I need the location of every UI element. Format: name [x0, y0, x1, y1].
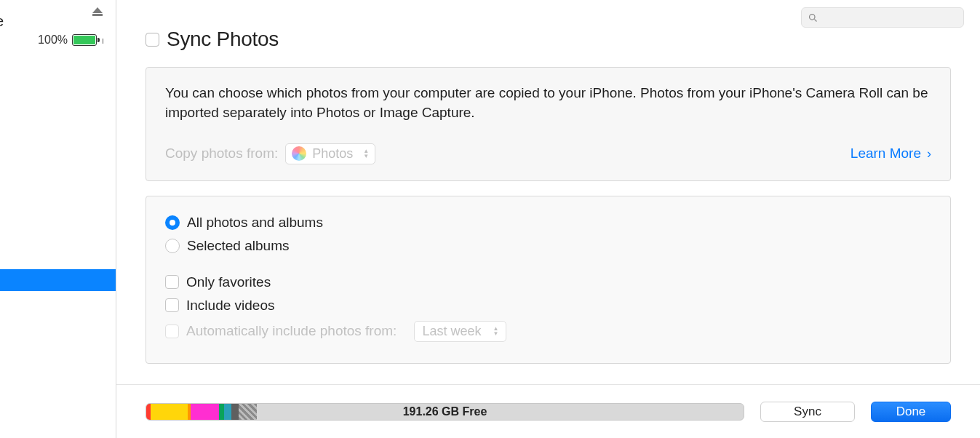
checkbox-include-videos-label: Include videos — [186, 298, 274, 314]
radio-all-photos-label: All photos and albums — [187, 215, 323, 231]
battery-percent: 100% — [38, 33, 68, 47]
search-input[interactable] — [801, 7, 964, 28]
svg-line-1 — [814, 19, 816, 21]
page-title: Sync Photos — [167, 32, 279, 51]
storage-bar[interactable]: 191.26 GB Free — [146, 403, 744, 421]
battery-status: 100% 𐰾 — [0, 13, 116, 47]
select-stepper-icon: ▲▼ — [363, 148, 369, 159]
search-icon — [808, 12, 818, 23]
checkbox-auto-include-label: Automatically include photos from: — [186, 323, 397, 339]
storage-free-label: 191.26 GB Free — [146, 404, 744, 420]
battery-icon — [72, 34, 97, 46]
copy-from-select[interactable]: Photos ▲▼ — [285, 143, 375, 164]
copy-from-label: Copy photos from: — [165, 146, 278, 162]
charging-icon: 𐰾 — [101, 35, 105, 46]
sync-photos-checkbox[interactable] — [146, 33, 159, 47]
sync-description-panel: You can choose which photos from your co… — [146, 67, 951, 181]
checkbox-include-videos[interactable] — [165, 298, 179, 312]
select-stepper-icon: ▲▼ — [493, 326, 498, 336]
done-button[interactable]: Done — [871, 402, 951, 422]
learn-more-label: Learn More — [850, 146, 921, 162]
checkbox-auto-include — [165, 324, 179, 338]
sync-options-panel: All photos and albums Selected albums On… — [146, 196, 951, 364]
auto-include-select: Last week ▲▼ — [414, 321, 506, 342]
edge-letter: e — [0, 13, 4, 30]
sync-button-label: Sync — [794, 405, 821, 419]
sidebar-item-selected[interactable] — [0, 269, 116, 291]
chevron-right-icon: › — [927, 146, 931, 162]
radio-selected-albums-label: Selected albums — [187, 238, 289, 254]
learn-more-link[interactable]: Learn More › — [850, 146, 931, 162]
photos-app-icon — [292, 146, 306, 161]
search-field[interactable] — [818, 12, 957, 23]
checkbox-only-favorites-label: Only favorites — [186, 274, 271, 290]
checkbox-only-favorites[interactable] — [165, 275, 179, 289]
copy-from-value: Photos — [312, 146, 353, 162]
done-button-label: Done — [896, 405, 926, 419]
footer: 191.26 GB Free Sync Done — [116, 384, 980, 438]
sync-description: You can choose which photos from your co… — [165, 84, 931, 123]
sidebar: e 100% 𐰾 — [0, 0, 116, 438]
radio-selected-albums[interactable] — [165, 239, 180, 253]
svg-point-0 — [810, 14, 816, 20]
radio-all-photos[interactable] — [165, 215, 180, 230]
auto-include-value: Last week — [422, 324, 481, 339]
sync-button[interactable]: Sync — [760, 402, 855, 422]
eject-icon[interactable] — [92, 7, 103, 13]
